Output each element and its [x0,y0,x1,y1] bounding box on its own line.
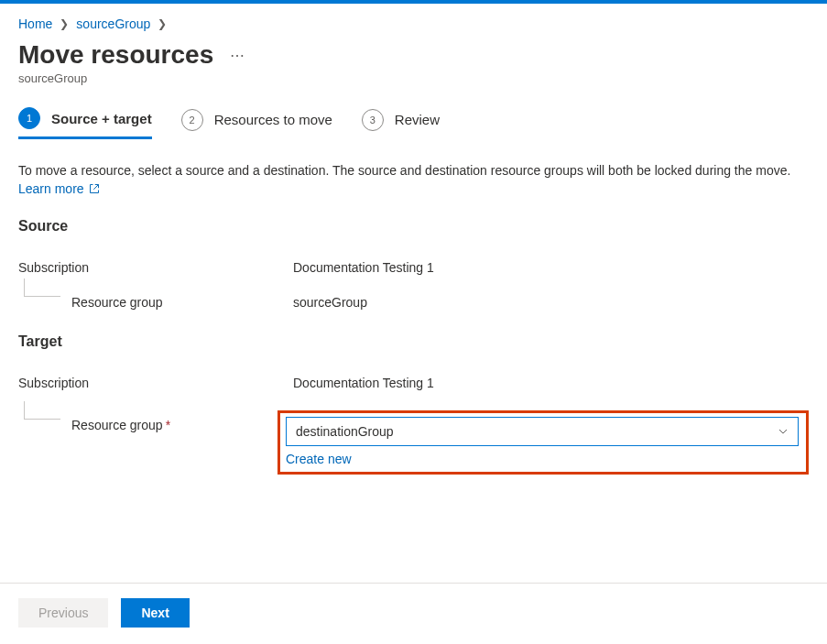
target-rg-label: Resource group [71,418,163,432]
target-heading: Target [18,333,809,350]
source-heading: Source [18,218,809,235]
step-source-target[interactable]: 1 Source + target [18,107,152,139]
learn-more-link[interactable]: Learn more [18,181,100,196]
source-rg-label: Resource group [71,295,163,310]
target-subscription-label: Subscription [18,376,293,390]
step-number-badge: 1 [18,107,40,129]
highlight-annotation: destinationGroup Create new [277,410,809,475]
dropdown-selected-value: destinationGroup [296,424,394,439]
external-link-icon [89,183,100,194]
page-title: Move resources [18,40,213,70]
previous-button[interactable]: Previous [18,598,108,628]
description-text: To move a resource, select a source and … [18,161,809,198]
breadcrumb: Home ❯ sourceGroup ❯ [18,16,809,31]
chevron-down-icon [778,426,789,437]
create-new-link[interactable]: Create new [286,452,352,466]
step-resources-to-move[interactable]: 2 Resources to move [181,109,332,138]
step-number-badge: 3 [362,109,384,131]
step-number-badge: 2 [181,109,203,131]
chevron-right-icon: ❯ [60,17,69,30]
breadcrumb-sourcegroup[interactable]: sourceGroup [76,16,150,31]
step-review[interactable]: 3 Review [362,109,440,138]
breadcrumb-home[interactable]: Home [18,16,52,31]
step-label: Review [395,112,440,127]
source-subscription-value: Documentation Testing 1 [293,260,809,275]
tree-indent-icon [24,401,60,420]
chevron-right-icon: ❯ [158,17,167,30]
next-button[interactable]: Next [121,598,189,628]
tree-indent-icon [24,278,60,297]
wizard-footer: Previous Next [0,583,827,642]
source-rg-value: sourceGroup [293,295,809,310]
source-subscription-label: Subscription [18,260,293,275]
more-actions-icon[interactable]: ⋯ [230,47,245,64]
page-subtitle: sourceGroup [18,71,809,85]
wizard-steps: 1 Source + target 2 Resources to move 3 … [18,107,809,139]
step-label: Resources to move [214,112,332,127]
target-rg-dropdown[interactable]: destinationGroup [286,417,799,446]
target-subscription-value: Documentation Testing 1 [293,376,809,390]
required-indicator: * [166,418,170,432]
step-label: Source + target [51,111,152,126]
